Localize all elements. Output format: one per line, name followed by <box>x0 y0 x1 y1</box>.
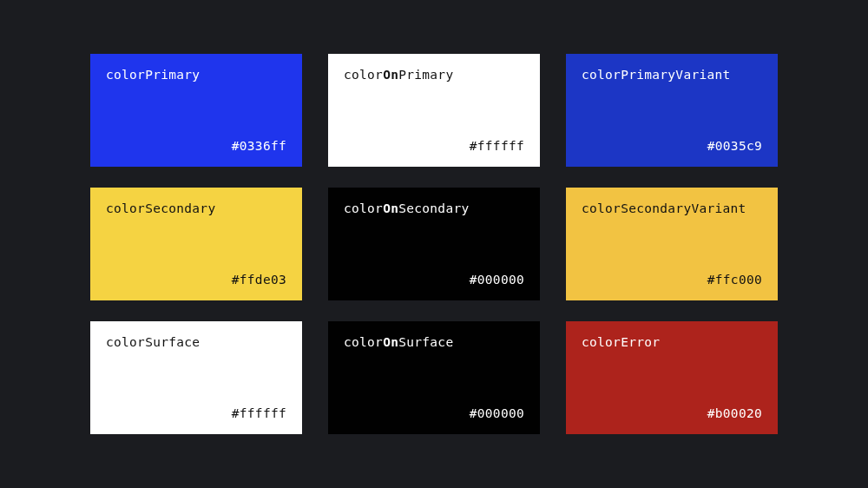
swatch-name: colorPrimaryVariant <box>582 68 762 82</box>
swatch-hex: #0035c9 <box>582 139 762 153</box>
color-palette-grid: colorPrimary #0336ff colorOnPrimary #fff… <box>90 54 778 434</box>
swatch-color-primary: colorPrimary #0336ff <box>90 54 302 167</box>
swatch-name: colorOnSecondary <box>344 201 524 215</box>
swatch-name: colorOnPrimary <box>344 68 524 82</box>
swatch-color-on-secondary: colorOnSecondary #000000 <box>328 188 540 300</box>
swatch-hex: #ffde03 <box>106 273 286 287</box>
swatch-hex: #0336ff <box>106 139 286 153</box>
swatch-hex: #ffc000 <box>582 273 762 287</box>
swatch-color-on-primary: colorOnPrimary #ffffff <box>328 54 540 167</box>
swatch-color-primary-variant: colorPrimaryVariant #0035c9 <box>566 54 778 167</box>
swatch-name: colorSurface <box>106 335 286 349</box>
swatch-name: colorSecondary <box>106 201 286 215</box>
swatch-name: colorOnSurface <box>344 335 524 349</box>
swatch-name: colorSecondaryVariant <box>582 201 762 215</box>
swatch-color-error: colorError #b00020 <box>566 321 778 434</box>
swatch-name: colorPrimary <box>106 68 286 82</box>
swatch-color-secondary-variant: colorSecondaryVariant #ffc000 <box>566 188 778 300</box>
swatch-hex: #ffffff <box>106 406 286 420</box>
swatch-hex: #000000 <box>344 406 524 420</box>
swatch-color-on-surface: colorOnSurface #000000 <box>328 321 540 434</box>
swatch-hex: #000000 <box>344 273 524 287</box>
swatch-color-surface: colorSurface #ffffff <box>90 321 302 434</box>
swatch-hex: #b00020 <box>582 406 762 420</box>
swatch-name: colorError <box>582 335 762 349</box>
swatch-hex: #ffffff <box>344 139 524 153</box>
swatch-color-secondary: colorSecondary #ffde03 <box>90 188 302 300</box>
